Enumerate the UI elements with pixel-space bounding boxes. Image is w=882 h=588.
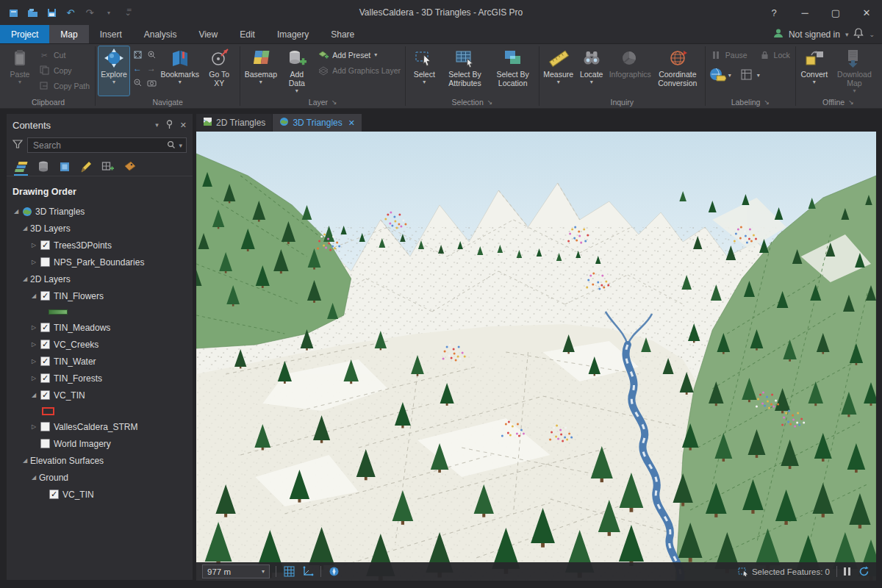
coordinate-conversion-button[interactable]: Coordinate Conversion <box>653 46 702 96</box>
tree-item-vc-creeks[interactable]: ▷ ✓ VC_Creeks <box>7 336 193 353</box>
add-graphics-layer-button[interactable]: Add Graphics Layer <box>315 63 402 77</box>
expander-icon[interactable]: ◢ <box>11 208 21 215</box>
layer-checkbox[interactable]: ✓ <box>49 490 59 499</box>
add-data-button[interactable]: Add Data ▾ <box>280 46 315 96</box>
basemap-button[interactable]: Basemap ▾ <box>243 46 278 96</box>
maximize-button[interactable]: ▢ <box>820 0 851 25</box>
label-favorites-button[interactable]: ▾ <box>740 66 760 84</box>
tree-item-ground[interactable]: ◢ Ground <box>7 469 193 486</box>
map-3d-scene[interactable] <box>196 132 876 581</box>
previous-extent-icon[interactable]: ← <box>131 62 144 75</box>
next-extent-icon[interactable]: → <box>145 62 158 75</box>
layer-checkbox[interactable]: ✓ <box>40 356 50 366</box>
layer-checkbox[interactable]: ✓ <box>40 323 50 332</box>
customize-toolbar-icon[interactable]: ⌄̿ <box>121 5 135 20</box>
layer-checkbox[interactable]: ✓ <box>40 373 50 383</box>
tab-share[interactable]: Share <box>320 25 365 43</box>
tree-item-2d-layers[interactable]: ◢ 2D Layers <box>7 270 193 287</box>
pause-drawing-icon[interactable] <box>844 567 850 576</box>
undo-icon[interactable]: ↶ <box>63 5 78 20</box>
copy-path-button[interactable]: Copy Path <box>37 79 92 93</box>
list-by-editing-button[interactable] <box>80 160 92 176</box>
tab-edit[interactable]: Edit <box>229 25 266 43</box>
fixed-zoom-out-icon[interactable] <box>131 76 144 89</box>
select-by-location-button[interactable]: Select By Location <box>490 46 536 96</box>
full-extent-icon[interactable] <box>131 48 144 61</box>
tree-item-tin-forests[interactable]: ▷ ✓ TIN_Forests <box>7 370 193 387</box>
infographics-button[interactable]: Infographics <box>609 46 652 96</box>
view-tab-3d-triangles[interactable]: 3D Triangles ✕ <box>273 114 362 132</box>
tree-item-tin-water[interactable]: ▷ ✓ TIN_Water <box>7 353 193 370</box>
open-project-icon[interactable] <box>25 5 40 20</box>
vc-tin-symbol[interactable] <box>7 404 193 418</box>
pause-labeling-button[interactable]: Pause <box>709 48 750 62</box>
list-by-labeling-button[interactable] <box>123 160 137 176</box>
tin-flowers-symbol[interactable] <box>7 304 193 319</box>
layer-checkbox[interactable] <box>40 422 50 431</box>
locate-button[interactable]: Locate ▾ <box>576 46 607 96</box>
convert-button[interactable]: Convert ▾ <box>799 46 830 96</box>
help-button[interactable]: ? <box>759 0 789 25</box>
go-to-xy-button[interactable]: Go To XY <box>201 46 237 96</box>
list-by-snapping-button[interactable] <box>101 160 114 176</box>
more-labeling-button[interactable]: ▾ <box>709 66 731 84</box>
filter-icon[interactable] <box>12 139 23 152</box>
layer-checkbox[interactable]: ✓ <box>40 291 50 301</box>
search-input[interactable] <box>32 140 164 151</box>
cut-button[interactable]: ✂ Cut <box>37 48 92 62</box>
tree-item-nps-park-boundaries[interactable]: ▷ NPS_Park_Boundaries <box>7 254 193 270</box>
list-by-drawing-order-button[interactable] <box>14 160 28 176</box>
tree-item-vallescaldera-strm[interactable]: ▷ VallesCaldera_STRM <box>7 418 193 435</box>
selection-launcher-icon[interactable]: ↘ <box>487 98 493 106</box>
layer-checkbox[interactable]: ✓ <box>40 240 50 250</box>
tab-insert[interactable]: Insert <box>89 25 133 43</box>
signin-caret-icon[interactable]: ▾ <box>845 31 849 38</box>
ribbon-collapse-icon[interactable]: ⌄ <box>869 31 875 38</box>
add-preset-button[interactable]: Add Preset ▾ <box>315 48 402 62</box>
bookmarks-button[interactable]: Bookmarks ▾ <box>159 46 200 96</box>
tab-map[interactable]: Map <box>49 25 88 43</box>
layer-checkbox[interactable] <box>40 439 50 448</box>
explore-button[interactable]: Explore ▾ <box>98 46 129 96</box>
signin-status[interactable]: Not signed in <box>789 29 840 40</box>
paste-button[interactable]: Paste ▾ <box>4 46 35 96</box>
minimize-button[interactable]: ─ <box>789 0 820 25</box>
pin-icon[interactable] <box>165 120 173 130</box>
save-project-icon[interactable] <box>44 5 59 20</box>
measure-button[interactable]: Measure ▾ <box>542 46 575 96</box>
tree-item-tin-meadows[interactable]: ▷ ✓ TIN_Meadows <box>7 319 193 336</box>
offline-launcher-icon[interactable]: ↘ <box>848 98 854 106</box>
tab-view[interactable]: View <box>187 25 229 43</box>
search-options-icon[interactable]: ▾ <box>179 142 182 149</box>
refresh-icon[interactable] <box>857 565 870 578</box>
search-icon[interactable] <box>167 139 176 152</box>
lock-labels-button[interactable]: Lock <box>757 48 792 62</box>
list-by-selection-button[interactable] <box>59 160 71 176</box>
selected-features-readout[interactable]: Selected Features: 0 <box>738 567 830 576</box>
new-project-icon[interactable] <box>6 5 21 20</box>
tab-project[interactable]: Project <box>0 25 49 43</box>
tree-item-elevation-surfaces[interactable]: ◢ Elevation Surfaces <box>7 452 193 469</box>
graticule-icon[interactable] <box>282 565 295 578</box>
copy-button[interactable]: Copy <box>37 63 92 77</box>
camera-icon[interactable] <box>145 76 158 89</box>
tree-item-world-imagery[interactable]: World Imagery <box>7 435 193 452</box>
download-map-button[interactable]: Download Map ▾ <box>831 46 878 96</box>
select-by-attributes-button[interactable]: Select By Attributes <box>441 46 489 96</box>
tree-item-trees3dpoints[interactable]: ▷ ✓ Trees3DPoints <box>7 237 193 254</box>
view-tab-2d-triangles[interactable]: 2D Triangles <box>196 114 272 132</box>
fixed-zoom-in-icon[interactable] <box>145 48 158 61</box>
notifications-bell-icon[interactable] <box>853 28 864 41</box>
navigator-icon[interactable] <box>327 565 340 578</box>
close-button[interactable]: ✕ <box>851 0 882 25</box>
layer-checkbox[interactable]: ✓ <box>40 340 50 349</box>
tree-item-3d-layers[interactable]: ◢ 3D Layers <box>7 220 193 237</box>
layer-launcher-icon[interactable]: ↘ <box>331 98 337 106</box>
layer-checkbox[interactable]: ✓ <box>40 390 50 400</box>
pane-menu-icon[interactable]: ▾ <box>155 121 159 129</box>
tree-item-scene[interactable]: ◢ 3D Triangles <box>7 203 193 220</box>
tab-analysis[interactable]: Analysis <box>133 25 188 43</box>
layer-checkbox[interactable] <box>40 257 50 267</box>
tab-imagery[interactable]: Imagery <box>266 25 320 43</box>
redo-icon[interactable]: ↷ <box>82 5 97 20</box>
